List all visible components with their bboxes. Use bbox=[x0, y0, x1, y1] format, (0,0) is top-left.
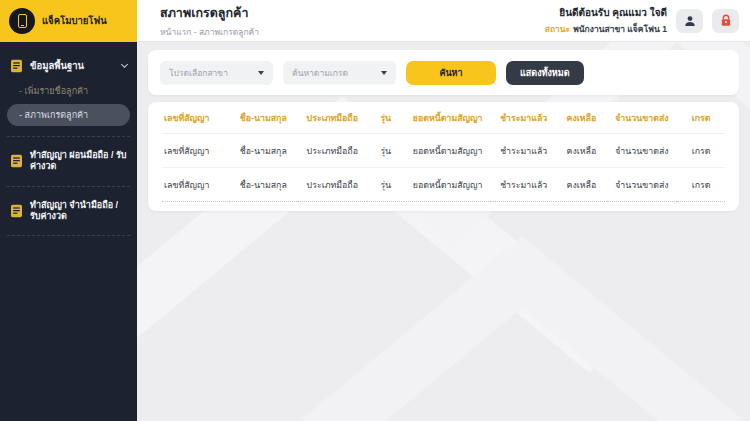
sidebar: แจ็คโมบายโฟน ข้อมูลพื้นฐาน - เพิ่มรายชื่… bbox=[0, 0, 137, 421]
sidebar-item-add-customer[interactable]: - เพิ่มรายชื่อลูกค้า bbox=[7, 80, 130, 102]
filter-card: โปรดเลือกสาขา ค้นหาตามเกรด ค้นหา แสดงทั้… bbox=[148, 50, 739, 95]
column-header: รุ่น bbox=[367, 103, 404, 134]
table-cell: รุ่น bbox=[367, 134, 404, 168]
chevron-down-icon bbox=[121, 60, 128, 67]
grade-select[interactable]: ค้นหาตามเกรด bbox=[283, 61, 396, 85]
table-cell: เลขที่สัญญา bbox=[162, 168, 230, 202]
table-cell: เกรด bbox=[677, 134, 725, 168]
lock-icon bbox=[720, 14, 732, 27]
column-header: คงเหลือ bbox=[556, 103, 607, 134]
sidebar-item-pawn-contract[interactable]: ทำสัญญา จำนำมือถือ / รับค่างวด bbox=[0, 189, 137, 234]
sidebar-divider bbox=[7, 136, 130, 137]
table-cell: คงเหลือ bbox=[556, 134, 607, 168]
table-cell: รุ่น bbox=[367, 168, 404, 202]
sidebar-nav: ข้อมูลพื้นฐาน - เพิ่มรายชื่อลูกค้า - สภา… bbox=[0, 42, 137, 238]
table-cell: ประเภทมือถือ bbox=[297, 168, 367, 202]
document-icon bbox=[10, 59, 23, 73]
app-name: แจ็คโมบายโฟน bbox=[42, 16, 107, 26]
background-chevron-pattern bbox=[137, 42, 750, 421]
status-line: สถานะพนักงานสาขา แจ็คโฟน 1 bbox=[545, 22, 667, 36]
content-area: โปรดเลือกสาขา ค้นหาตามเกรด ค้นหา แสดงทั้… bbox=[137, 42, 750, 421]
main-area: สภาพเกรดลูกค้า หน้าแรก - สภาพเกรดลูกค้า … bbox=[137, 0, 750, 421]
column-header: ยอดหนี้ตามสัญญา bbox=[404, 103, 491, 134]
table-cell: ประเภทมือถือ bbox=[297, 134, 367, 168]
column-header: ชื่อ-นามสกุล bbox=[230, 103, 298, 134]
table-row: เลขที่สัญญา ชื่อ-นามสกุล ประเภทมือถือ รุ… bbox=[162, 134, 725, 168]
sidebar-item-installment-contract[interactable]: ทำสัญญา ผ่อนมือถือ / รับค่างวด bbox=[0, 139, 137, 184]
table-cell: คงเหลือ bbox=[556, 168, 607, 202]
sidebar-divider bbox=[7, 235, 130, 236]
column-header: ประเภทมือถือ bbox=[297, 103, 367, 134]
table-cell: ชำระมาแล้ว bbox=[491, 168, 556, 202]
topbar: สภาพเกรดลูกค้า หน้าแรก - สภาพเกรดลูกค้า … bbox=[137, 0, 750, 42]
caret-down-icon bbox=[258, 71, 264, 75]
status-label: สถานะ bbox=[545, 24, 570, 34]
table-cell: ชื่อ-นามสกุล bbox=[230, 134, 298, 168]
welcome-text: ยินดีต้อนรับ คุณแมว ใจดี bbox=[545, 5, 667, 20]
table-cell: จำนวนขาดส่ง bbox=[607, 134, 677, 168]
title-block: สภาพเกรดลูกค้า หน้าแรก - สภาพเกรดลูกค้า bbox=[160, 3, 259, 39]
table-cell: ชำระมาแล้ว bbox=[491, 134, 556, 168]
breadcrumb: หน้าแรก - สภาพเกรดลูกค้า bbox=[160, 25, 259, 39]
table-cell: ยอดหนี้ตามสัญญา bbox=[404, 134, 491, 168]
sidebar-submenu: - เพิ่มรายชื่อลูกค้า - สภาพเกรดลูกค้า bbox=[0, 78, 137, 134]
phone-icon bbox=[18, 14, 27, 28]
table-cell: เลขที่สัญญา bbox=[162, 134, 230, 168]
table-cell: เกรด bbox=[677, 168, 725, 202]
sidebar-item-label: ทำสัญญา ผ่อนมือถือ / รับค่างวด bbox=[30, 150, 127, 173]
table-cell: ชื่อ-นามสกุล bbox=[230, 168, 298, 202]
user-text: ยินดีต้อนรับ คุณแมว ใจดี สถานะพนักงานสาข… bbox=[545, 5, 667, 36]
column-header: ชำระมาแล้ว bbox=[491, 103, 556, 134]
branch-select-placeholder: โปรดเลือกสาขา bbox=[169, 66, 228, 80]
sidebar-group-label: ข้อมูลพื้นฐาน bbox=[30, 58, 84, 73]
profile-button[interactable] bbox=[676, 9, 703, 33]
show-all-button[interactable]: แสดงทั้งหมด bbox=[506, 61, 584, 85]
column-header: เกรด bbox=[677, 103, 725, 134]
document-icon bbox=[10, 204, 23, 218]
sidebar-item-label: ทำสัญญา จำนำมือถือ / รับค่างวด bbox=[30, 200, 127, 223]
column-header: เลขที่สัญญา bbox=[162, 103, 230, 134]
user-icon bbox=[684, 15, 696, 27]
table-cell: จำนวนขาดส่ง bbox=[607, 168, 677, 202]
status-value: พนักงานสาขา แจ็คโฟน 1 bbox=[573, 24, 667, 34]
sidebar-item-customer-grade[interactable]: - สภาพเกรดลูกค้า bbox=[7, 104, 130, 126]
branch-select[interactable]: โปรดเลือกสาขา bbox=[160, 61, 273, 85]
document-icon bbox=[10, 154, 23, 168]
search-button[interactable]: ค้นหา bbox=[406, 61, 496, 85]
app-logo bbox=[9, 8, 35, 34]
sidebar-group-basic-data[interactable]: ข้อมูลพื้นฐาน bbox=[0, 52, 137, 78]
table-header-row: เลขที่สัญญา ชื่อ-นามสกุล ประเภทมือถือ รุ… bbox=[162, 103, 725, 134]
column-header: จำนวนขาดส่ง bbox=[607, 103, 677, 134]
grade-select-placeholder: ค้นหาตามเกรด bbox=[292, 66, 348, 80]
grade-table: เลขที่สัญญา ชื่อ-นามสกุล ประเภทมือถือ รุ… bbox=[162, 103, 725, 202]
table-cell: ยอดหนี้ตามสัญญา bbox=[404, 168, 491, 202]
caret-down-icon bbox=[381, 71, 387, 75]
grade-table-card: เลขที่สัญญา ชื่อ-นามสกุล ประเภทมือถือ รุ… bbox=[148, 102, 739, 211]
user-block: ยินดีต้อนรับ คุณแมว ใจดี สถานะพนักงานสาข… bbox=[545, 5, 739, 36]
sidebar-divider bbox=[7, 186, 130, 187]
table-row: เลขที่สัญญา ชื่อ-นามสกุล ประเภทมือถือ รุ… bbox=[162, 168, 725, 202]
page-title: สภาพเกรดลูกค้า bbox=[160, 3, 259, 23]
logout-button[interactable] bbox=[712, 9, 739, 33]
app-logo-bar: แจ็คโมบายโฟน bbox=[0, 0, 137, 42]
